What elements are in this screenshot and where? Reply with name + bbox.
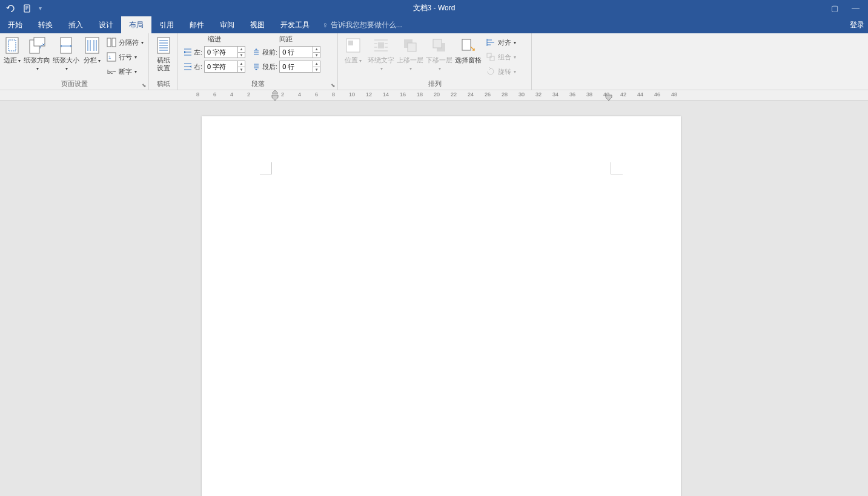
- selection-pane-icon: [459, 36, 478, 55]
- tab-insert[interactable]: 插入: [61, 16, 91, 33]
- tab-convert[interactable]: 转换: [30, 16, 61, 33]
- breaks-button[interactable]: 分隔符▾: [104, 36, 146, 49]
- spacing-before-input[interactable]: [280, 47, 313, 58]
- columns-button[interactable]: 分栏: [81, 35, 103, 64]
- spacing-after-input[interactable]: [280, 61, 313, 72]
- indent-header: 缩进: [183, 35, 245, 44]
- ruler-tick: 44: [637, 91, 643, 98]
- margins-button[interactable]: 边距: [2, 35, 22, 64]
- tab-references[interactable]: 引用: [151, 16, 182, 33]
- spin-down[interactable]: ▼: [238, 53, 245, 58]
- ruler-tick: 22: [451, 91, 457, 98]
- svg-rect-22: [490, 56, 494, 61]
- bring-forward-button: 上移一层: [396, 35, 424, 72]
- tell-me-search[interactable]: ♀ 告诉我您想要做什么...: [317, 16, 402, 33]
- spin-down[interactable]: ▼: [313, 67, 320, 73]
- hyphenation-button[interactable]: bc 断字▾: [104, 65, 146, 78]
- group-label-paragraph: 段落: [181, 79, 335, 90]
- ruler-tick: 2: [247, 91, 250, 98]
- ruler-tick: 32: [535, 91, 542, 98]
- ribbon-tabs: 开始 转换 插入 设计 布局 引用 邮件 审阅 视图 开发工具 ♀ 告诉我您想要…: [0, 16, 868, 33]
- spin-up[interactable]: ▲: [313, 61, 320, 67]
- horizontal-ruler[interactable]: 8642246810121416182022242628303234363840…: [0, 90, 868, 101]
- ruler-tick: 20: [434, 91, 440, 98]
- document-area[interactable]: 8642246810121416182022242628303234363840…: [0, 90, 868, 496]
- svg-rect-20: [462, 39, 471, 50]
- spin-down[interactable]: ▼: [313, 53, 320, 58]
- ruler-tick: 6: [315, 91, 318, 98]
- indent-left-spinner[interactable]: ▲▼: [204, 46, 245, 58]
- svg-rect-15: [378, 42, 384, 48]
- align-button[interactable]: 对齐▾: [483, 36, 518, 49]
- stationary-settings-button[interactable]: 稿纸 设置: [151, 35, 175, 72]
- paragraph-launcher[interactable]: ⬊: [331, 82, 336, 88]
- line-numbers-button[interactable]: 1 行号▾: [104, 50, 146, 64]
- margin-corner-tr: [611, 162, 623, 174]
- minimize-button[interactable]: —: [852, 4, 860, 13]
- svg-text:bc: bc: [107, 69, 113, 75]
- spin-down[interactable]: ▼: [238, 67, 245, 73]
- login-link[interactable]: 登录: [850, 16, 868, 33]
- page-setup-launcher[interactable]: ⬊: [142, 82, 147, 88]
- indent-left-icon: [183, 47, 193, 57]
- ruler-tick: 24: [468, 91, 474, 98]
- tab-design[interactable]: 设计: [91, 16, 121, 33]
- right-indent-marker[interactable]: [606, 90, 611, 101]
- margin-corner-tl: [260, 162, 272, 174]
- group-icon: [486, 52, 495, 62]
- tab-start[interactable]: 开始: [0, 16, 30, 33]
- position-icon: [343, 36, 363, 55]
- indent-right-icon: [183, 62, 193, 71]
- ribbon-display-icon[interactable]: ▢: [831, 4, 838, 13]
- svg-rect-17: [408, 43, 416, 51]
- size-button[interactable]: 纸张大小: [52, 35, 80, 72]
- line-numbers-icon: 1: [107, 52, 116, 62]
- qat-customize-icon[interactable]: ▾: [39, 5, 42, 12]
- ruler-tick: 26: [485, 91, 491, 98]
- spin-up[interactable]: ▲: [238, 47, 245, 53]
- orientation-icon: [27, 36, 47, 55]
- indent-right-input[interactable]: [205, 61, 237, 72]
- ruler-tick: 48: [671, 91, 677, 98]
- ruler-tick: 10: [349, 91, 355, 98]
- ruler-tick: 4: [298, 91, 301, 98]
- spin-up[interactable]: ▲: [238, 61, 245, 67]
- indent-right-spinner[interactable]: ▲▼: [204, 61, 245, 73]
- repeat-button[interactable]: [22, 3, 33, 14]
- ruler-tick: 18: [417, 91, 423, 98]
- wrap-icon: [371, 36, 391, 55]
- spin-up[interactable]: ▲: [313, 47, 320, 53]
- ruler-tick: 42: [620, 91, 626, 98]
- position-button: 位置: [340, 35, 366, 64]
- tab-layout[interactable]: 布局: [121, 16, 151, 33]
- svg-rect-0: [24, 5, 30, 12]
- undo-button[interactable]: [5, 3, 16, 14]
- rotate-icon: [486, 67, 495, 76]
- spacing-after-icon: [251, 62, 261, 71]
- spacing-after-spinner[interactable]: ▲▼: [279, 61, 320, 73]
- svg-text:1: 1: [108, 55, 111, 60]
- page[interactable]: [202, 116, 681, 496]
- ribbon: 边距 纸张方向 纸张大小 分栏 分隔符▾ 1 行号: [0, 33, 868, 90]
- tab-developer[interactable]: 开发工具: [273, 16, 317, 33]
- selection-pane-button[interactable]: 选择窗格: [454, 35, 482, 64]
- group-label-arrange: 排列: [340, 79, 529, 90]
- tab-view[interactable]: 视图: [242, 16, 273, 33]
- first-line-indent-marker[interactable]: [272, 90, 277, 101]
- stationary-icon: [154, 36, 173, 55]
- wrap-text-button: 环绕文字: [367, 35, 395, 72]
- indent-left-input[interactable]: [205, 47, 237, 58]
- spacing-before-spinner[interactable]: ▲▼: [279, 46, 320, 58]
- tab-review[interactable]: 审阅: [212, 16, 242, 33]
- margins-icon: [2, 36, 22, 55]
- ruler-tick: 16: [400, 91, 406, 98]
- ruler-tick: 28: [502, 91, 508, 98]
- ruler-tick: 12: [366, 91, 372, 98]
- svg-rect-6: [85, 38, 99, 53]
- ruler-tick: 4: [230, 91, 233, 98]
- tab-mailings[interactable]: 邮件: [182, 16, 212, 33]
- hyphenation-icon: bc: [107, 67, 116, 76]
- orientation-button[interactable]: 纸张方向: [23, 35, 51, 72]
- ruler-tick: 38: [586, 91, 592, 98]
- svg-rect-21: [487, 53, 491, 58]
